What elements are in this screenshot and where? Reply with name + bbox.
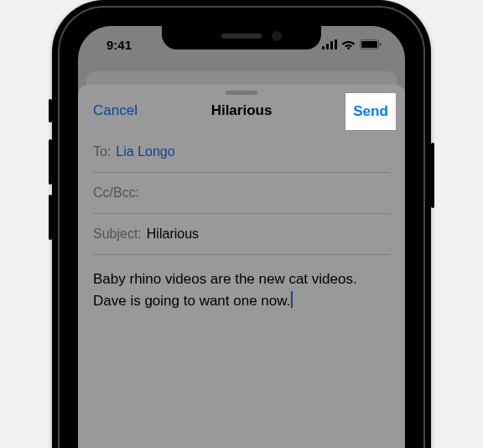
phone-screen: 9:41 bbox=[78, 26, 405, 448]
status-time: 9:41 bbox=[106, 38, 132, 52]
side-button bbox=[431, 143, 434, 208]
volume-down-button bbox=[49, 195, 52, 240]
subject-field-row[interactable]: Subject: Hilarious bbox=[93, 214, 390, 255]
to-field-row[interactable]: To: Lia Longo bbox=[93, 132, 390, 173]
phone-device-frame: 9:41 bbox=[52, 0, 431, 448]
phone-notch bbox=[162, 26, 321, 49]
status-icons bbox=[322, 39, 382, 49]
front-camera bbox=[272, 31, 282, 41]
svg-rect-2 bbox=[330, 41, 333, 49]
cancel-button[interactable]: Cancel bbox=[93, 102, 138, 119]
svg-rect-0 bbox=[322, 46, 325, 49]
send-button-highlight-label: Send bbox=[353, 103, 388, 120]
svg-point-4 bbox=[347, 47, 350, 49]
speaker-grille bbox=[221, 34, 262, 39]
silence-switch bbox=[49, 99, 52, 122]
subject-label: Subject: bbox=[93, 227, 142, 242]
svg-rect-7 bbox=[380, 43, 382, 46]
cellular-signal-icon bbox=[322, 39, 337, 49]
svg-rect-3 bbox=[335, 39, 337, 49]
to-label: To: bbox=[93, 144, 111, 159]
cc-bcc-field-row[interactable]: Cc/Bcc: bbox=[93, 173, 390, 214]
svg-rect-1 bbox=[326, 44, 329, 49]
text-caret bbox=[291, 291, 293, 308]
volume-up-button bbox=[49, 139, 52, 185]
message-body[interactable]: Baby rhino videos are the new cat videos… bbox=[78, 255, 405, 311]
compose-sheet: Cancel Hilarious Send To: Lia Longo Cc/B… bbox=[78, 85, 405, 448]
cc-bcc-label: Cc/Bcc: bbox=[93, 185, 139, 201]
to-recipient[interactable]: Lia Longo bbox=[116, 144, 174, 159]
subject-value[interactable]: Hilarious bbox=[147, 227, 199, 242]
svg-rect-6 bbox=[361, 41, 377, 48]
wifi-icon bbox=[341, 39, 356, 49]
battery-icon bbox=[360, 39, 382, 49]
send-button-highlight[interactable]: Send bbox=[345, 93, 396, 130]
message-body-text: Baby rhino videos are the new cat videos… bbox=[93, 271, 357, 309]
compose-title: Hilarious bbox=[211, 102, 273, 119]
